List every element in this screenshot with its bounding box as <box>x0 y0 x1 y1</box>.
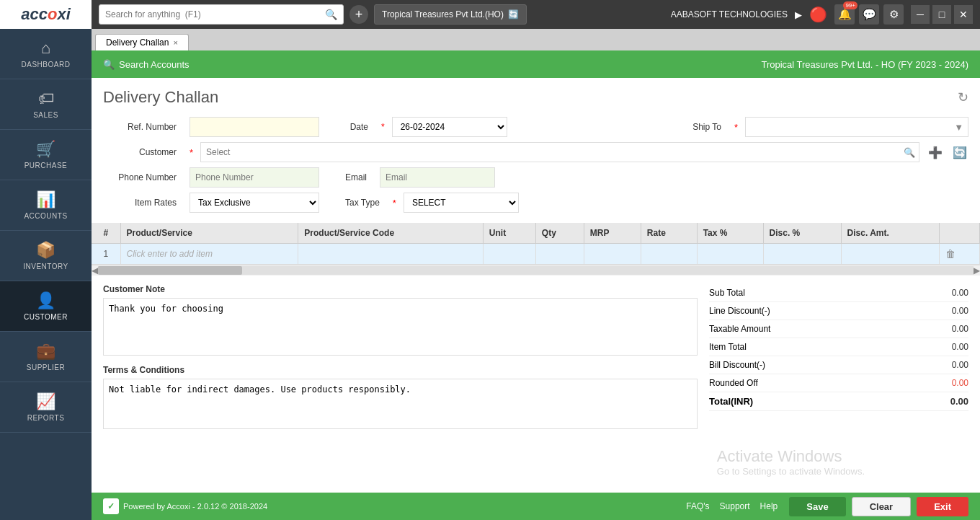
scroll-right-button[interactable]: ▶ <box>974 265 980 276</box>
refresh-customer-button[interactable]: 🔄 <box>951 144 968 161</box>
sidebar-item-customer[interactable]: 👤 CUSTOMER <box>0 281 92 332</box>
settings-button[interactable]: ⚙ <box>883 4 904 25</box>
brand-icon: 🔴 <box>809 6 827 23</box>
refresh-icon: 🔄 <box>508 9 519 19</box>
add-item-hint: Click enter to add item <box>127 249 213 259</box>
table-row[interactable]: 1 Click enter to add item 🗑 <box>92 244 980 265</box>
delivery-challan-tab[interactable]: Delivery Challan × <box>95 34 189 50</box>
taxable-amount-value: 0.00 <box>952 324 968 334</box>
messages-button[interactable]: 💬 <box>859 4 879 25</box>
row-mrp <box>584 244 641 265</box>
phone-input[interactable] <box>190 167 319 188</box>
sidebar-item-dashboard[interactable]: ⌂ DASHBOARD <box>0 29 92 79</box>
search-accounts-label: Search Accounts <box>119 59 190 70</box>
notes-section: Customer Note Thank you for choosing Ter… <box>103 284 698 484</box>
exit-button[interactable]: Exit <box>917 497 968 516</box>
item-total-row: Item Total 0.00 <box>709 338 968 356</box>
ship-to-select[interactable] <box>745 117 968 137</box>
date-select[interactable]: 26-02-2024 <box>392 117 507 137</box>
ship-to-required: * <box>734 122 738 133</box>
table-wrapper: # Product/Service Product/Service Code U… <box>92 223 980 276</box>
ref-number-label: Ref. Number <box>103 122 182 132</box>
add-customer-button[interactable]: ➕ <box>927 144 944 161</box>
notifications-button[interactable]: 🔔 99+ <box>834 4 855 25</box>
col-qty: Qty <box>535 223 584 244</box>
notification-badge: 99+ <box>843 1 858 9</box>
tax-type-required: * <box>393 198 396 208</box>
ref-number-input[interactable]: 13 <box>190 117 319 137</box>
form-refresh-button[interactable]: ↻ <box>958 89 968 105</box>
sidebar: accoxi ⌂ DASHBOARD 🏷 SALES 🛒 PURCHASE 📊 … <box>0 0 92 520</box>
total-label: Total(INR) <box>709 396 753 407</box>
minimize-button[interactable]: ─ <box>911 5 930 24</box>
email-input[interactable] <box>380 167 495 188</box>
footer-logo-icon: ✓ <box>103 498 119 514</box>
date-label: Date <box>345 122 374 132</box>
tab-label: Delivery Challan <box>106 38 169 48</box>
total-row: Total(INR) 0.00 <box>709 392 968 411</box>
customer-search-input[interactable] <box>200 142 919 162</box>
sidebar-item-inventory[interactable]: 📦 INVENTORY <box>0 231 92 281</box>
close-button[interactable]: ✕ <box>954 5 973 24</box>
line-discount-label: Line Discount(-) <box>709 306 770 316</box>
search-input[interactable] <box>105 9 325 19</box>
inventory-icon: 📦 <box>36 241 55 260</box>
item-total-value: 0.00 <box>952 342 968 352</box>
sidebar-item-sales[interactable]: 🏷 SALES <box>0 79 92 130</box>
row-qty <box>535 244 584 265</box>
terms-label: Terms & Conditions <box>103 365 698 375</box>
customer-search-icon: 🔍 <box>904 147 915 158</box>
item-rates-select[interactable]: Tax Exclusive <box>190 193 319 213</box>
support-link[interactable]: Support <box>720 501 750 511</box>
col-rate: Rate <box>641 223 697 244</box>
main-area: 🔍 + Tropical Treasures Pvt Ltd.(HO) 🔄 AA… <box>92 0 980 520</box>
help-link[interactable]: Help <box>760 501 778 511</box>
tax-type-select[interactable]: SELECT <box>404 193 519 213</box>
tab-close-button[interactable]: × <box>173 38 177 47</box>
phone-label: Phone Number <box>103 172 182 182</box>
row-delete[interactable]: 🗑 <box>939 244 979 265</box>
row-disc-amt <box>841 244 939 265</box>
taxable-amount-label: Taxable Amount <box>709 324 770 334</box>
company-selector[interactable]: Tropical Treasures Pvt Ltd.(HO) 🔄 <box>374 4 527 25</box>
col-code: Product/Service Code <box>298 223 483 244</box>
taxable-amount-row: Taxable Amount 0.00 <box>709 320 968 338</box>
col-mrp: MRP <box>584 223 641 244</box>
terms-textarea[interactable]: Not liable for indirect damages. Use pro… <box>103 379 698 429</box>
footer: ✓ Powered by Accoxi - 2.0.12 © 2018-2024… <box>92 493 980 520</box>
company-arrow-icon: ▶ <box>795 9 802 20</box>
delete-row-button[interactable]: 🗑 <box>945 248 956 260</box>
ship-to-label: Ship To <box>692 122 727 132</box>
maximize-button[interactable]: □ <box>932 5 951 24</box>
customer-note-textarea[interactable]: Thank you for choosing <box>103 298 698 356</box>
sidebar-item-label: SALES <box>33 111 58 119</box>
clear-button[interactable]: Clear <box>852 497 912 516</box>
search-accounts-button[interactable]: 🔍 Search Accounts <box>103 59 190 70</box>
footer-actions: Save Clear Exit <box>789 497 968 516</box>
search-box[interactable]: 🔍 <box>99 4 344 25</box>
sidebar-item-reports[interactable]: 📈 REPORTS <box>0 382 92 433</box>
sub-total-value: 0.00 <box>952 288 968 298</box>
col-actions <box>939 223 979 244</box>
save-button[interactable]: Save <box>789 497 845 516</box>
col-unit: Unit <box>483 223 535 244</box>
company-name: Tropical Treasures Pvt Ltd.(HO) <box>382 9 504 19</box>
sidebar-item-accounts[interactable]: 📊 ACCOUNTS <box>0 180 92 231</box>
rounded-off-label: Rounded Off <box>709 378 758 388</box>
sidebar-item-supplier[interactable]: 💼 SUPPLIER <box>0 332 92 382</box>
sidebar-item-purchase[interactable]: 🛒 PURCHASE <box>0 130 92 180</box>
row-unit <box>483 244 535 265</box>
row-tax <box>697 244 763 265</box>
company-info-text: Tropical Treasures Pvt Ltd. - HO (FY 202… <box>761 59 968 70</box>
topbar: 🔍 + Tropical Treasures Pvt Ltd.(HO) 🔄 AA… <box>92 0 980 29</box>
sidebar-item-label: ACCOUNTS <box>24 212 67 220</box>
row-product[interactable]: Click enter to add item <box>120 244 298 265</box>
faqs-link[interactable]: FAQ's <box>686 501 709 511</box>
scroll-left-button[interactable]: ◀ <box>92 265 98 276</box>
sub-total-row: Sub Total 0.00 <box>709 284 968 302</box>
add-button[interactable]: + <box>349 5 368 24</box>
accounts-icon: 📊 <box>36 190 55 209</box>
email-label: Email <box>345 172 373 182</box>
sub-total-label: Sub Total <box>709 288 745 298</box>
form-area: Delivery Challan ↻ Ref. Number 13 Date *… <box>92 78 980 223</box>
